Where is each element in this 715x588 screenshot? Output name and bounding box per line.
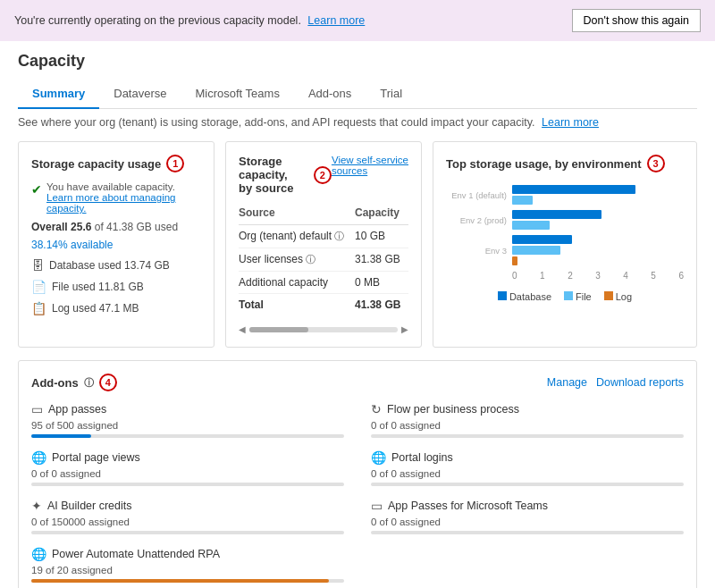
addons-grid: ▭ App passes 95 of 500 assigned ↻ Flow p… bbox=[31, 402, 684, 583]
bar-file-env2 bbox=[512, 221, 550, 230]
portal-views-label: Portal page views bbox=[52, 451, 140, 464]
rpa-bar-track bbox=[31, 579, 344, 583]
source-badge: 2 bbox=[314, 166, 332, 184]
tab-trial[interactable]: Trial bbox=[366, 80, 416, 109]
chart-legend: Database File Log bbox=[446, 291, 684, 302]
source-card-title-row: Storage capacity,by source 2 bbox=[239, 155, 332, 195]
addon-ai-builder-name: ✦ AI Builder credits bbox=[31, 499, 344, 513]
scroll-left-icon[interactable]: ◀ bbox=[239, 324, 246, 334]
storage-source-card: Storage capacity,by source 2 View self-s… bbox=[225, 141, 422, 348]
flow-label: Flow per business process bbox=[387, 403, 519, 416]
addon-rpa-name: 🌐 Power Automate Unattended RPA bbox=[31, 547, 344, 561]
subtitle-text: See where your org (tenant) is using sto… bbox=[18, 116, 535, 129]
storage-badge: 1 bbox=[166, 155, 184, 172]
bar-group-env2 bbox=[512, 210, 684, 230]
log-usage-text: Log used 47.1 MB bbox=[52, 302, 139, 315]
capacity-additional: 0 MB bbox=[355, 272, 408, 294]
rpa-icon: 🌐 bbox=[31, 547, 46, 561]
portal-logins-icon: 🌐 bbox=[371, 450, 386, 465]
addon-teams-passes-name: ▭ App Passes for Microsoft Teams bbox=[371, 499, 684, 513]
source-additional: Additional capacity bbox=[239, 272, 355, 294]
rpa-label: Power Automate Unattended RPA bbox=[52, 548, 220, 560]
teams-passes-icon: ▭ bbox=[371, 499, 383, 513]
cards-row: Storage capacity usage 1 ✔ You have avai… bbox=[18, 141, 697, 348]
manage-link[interactable]: Manage bbox=[547, 376, 587, 389]
user-info-icon[interactable]: ⓘ bbox=[306, 254, 315, 265]
ai-builder-bar-track bbox=[31, 531, 344, 534]
bar-row-env1: Env 1 (default) bbox=[446, 185, 684, 205]
col-capacity: Capacity bbox=[355, 204, 408, 225]
table-row: Additional capacity 0 MB bbox=[239, 272, 408, 294]
addons-actions: Manage Download reports bbox=[547, 376, 684, 389]
tab-summary[interactable]: Summary bbox=[18, 80, 99, 109]
tabs-bar: Summary Dataverse Microsoft Teams Add-on… bbox=[18, 80, 697, 109]
col-source: Source bbox=[239, 204, 355, 225]
bar-label-env1: Env 1 (default) bbox=[446, 190, 507, 200]
banner-learn-more-link[interactable]: Learn more bbox=[307, 14, 365, 27]
addon-portal-logins: 🌐 Portal logins 0 of 0 assigned bbox=[371, 450, 684, 486]
storage-card-title: Storage capacity usage bbox=[31, 157, 161, 171]
addons-label: Add-ons bbox=[31, 376, 79, 390]
addon-ai-builder: ✦ AI Builder credits 0 of 150000 assigne… bbox=[31, 499, 344, 534]
top-usage-header: Top storage usage, by environment 3 bbox=[446, 155, 684, 172]
bar-label-env3: Env 3 bbox=[446, 246, 507, 256]
view-self-service-link[interactable]: View self-servicesources bbox=[332, 155, 408, 176]
addons-info-icon[interactable]: ⓘ bbox=[84, 376, 94, 390]
bar-db-env3 bbox=[512, 235, 572, 244]
table-row: User licenses ⓘ 31.38 GB bbox=[239, 248, 408, 272]
teams-passes-label: App Passes for Microsoft Teams bbox=[388, 500, 548, 512]
source-card-header: Storage capacity,by source 2 bbox=[239, 155, 332, 195]
page-title: Capacity bbox=[18, 52, 697, 71]
tab-dataverse[interactable]: Dataverse bbox=[99, 80, 181, 109]
bar-file-env1 bbox=[512, 196, 533, 205]
flow-bar-track bbox=[371, 434, 684, 438]
axis-1: 1 bbox=[540, 271, 545, 281]
addon-portal-views: 🌐 Portal page views 0 of 0 assigned bbox=[31, 450, 344, 486]
banner-message: You're currently operating on the previo… bbox=[14, 14, 301, 27]
addons-title: Add-ons ⓘ 4 bbox=[31, 374, 117, 391]
bar-db-env2 bbox=[512, 210, 601, 219]
bar-log-env3 bbox=[512, 256, 517, 265]
log-icon: 📋 bbox=[31, 301, 46, 315]
legend-log-dot bbox=[604, 291, 613, 300]
bar-db-env1 bbox=[512, 185, 635, 194]
bar-group-env1 bbox=[512, 185, 684, 205]
usage-summary: Overall 25.6 of 41.38 GB used bbox=[31, 221, 201, 233]
capacity-total: 41.38 GB bbox=[355, 294, 408, 316]
app-passes-bar-track bbox=[31, 434, 344, 438]
table-row: Org (tenant) default ⓘ 10 GB bbox=[239, 225, 408, 248]
addon-app-passes-name: ▭ App passes bbox=[31, 402, 344, 416]
portal-views-icon: 🌐 bbox=[31, 450, 46, 465]
subtitle-learn-more-link[interactable]: Learn more bbox=[542, 116, 599, 129]
check-icon: ✔ bbox=[31, 182, 42, 197]
source-org: Org (tenant) default ⓘ bbox=[239, 225, 355, 248]
portal-logins-bar-track bbox=[371, 483, 684, 486]
capacity-user: 31.38 GB bbox=[355, 248, 408, 272]
file-usage-item: 📄 File used 11.81 GB bbox=[31, 280, 201, 294]
banner-text: You're currently operating on the previo… bbox=[14, 14, 572, 27]
addon-portal-views-name: 🌐 Portal page views bbox=[31, 450, 344, 465]
addon-flow-business: ↻ Flow per business process 0 of 0 assig… bbox=[371, 402, 684, 438]
org-info-icon[interactable]: ⓘ bbox=[334, 231, 344, 241]
addons-badge: 4 bbox=[99, 374, 117, 391]
db-usage-item: 🗄 Database used 13.74 GB bbox=[31, 258, 201, 273]
tab-microsoft-teams[interactable]: Microsoft Teams bbox=[181, 80, 294, 109]
chart-axis: 0 1 2 3 4 5 6 bbox=[512, 271, 684, 281]
managing-capacity-link[interactable]: Learn more about managing capacity. bbox=[46, 192, 176, 214]
table-row: Total 41.38 GB bbox=[239, 294, 408, 316]
app-passes-icon: ▭ bbox=[31, 402, 43, 416]
tab-add-ons[interactable]: Add-ons bbox=[294, 80, 366, 109]
addons-card: Add-ons ⓘ 4 Manage Download reports ▭ Ap… bbox=[18, 360, 697, 588]
app-passes-bar-fill bbox=[31, 434, 91, 438]
dont-show-again-button[interactable]: Don't show this again bbox=[572, 9, 701, 32]
scroll-right-icon[interactable]: ▶ bbox=[401, 324, 408, 334]
bar-group-env3 bbox=[512, 235, 684, 265]
available-msg: ✔ You have available capacity. Learn mor… bbox=[31, 181, 201, 214]
download-reports-link[interactable]: Download reports bbox=[596, 376, 684, 389]
portal-logins-assigned: 0 of 0 assigned bbox=[371, 468, 684, 479]
axis-5: 5 bbox=[651, 271, 656, 281]
source-total: Total bbox=[239, 294, 355, 316]
addon-teams-passes: ▭ App Passes for Microsoft Teams 0 of 0 … bbox=[371, 499, 684, 534]
axis-2: 2 bbox=[568, 271, 573, 281]
file-usage-text: File used 11.81 GB bbox=[52, 281, 144, 293]
